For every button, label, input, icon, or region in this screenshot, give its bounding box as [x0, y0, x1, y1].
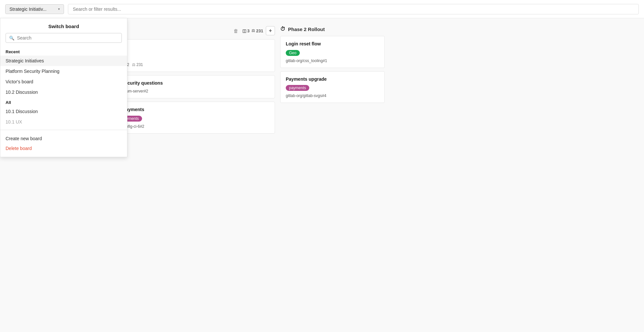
- weight-icon-support: ⚖: [132, 62, 136, 67]
- card-ref-payments-upgrade: gitlab-org/gitlab-svgs#4: [286, 93, 326, 98]
- board-switcher-dropdown: Switch board 🔍 Recent Strategic Initiati…: [0, 18, 127, 157]
- col-phase2-title: Phase 2 Rollout: [288, 26, 385, 32]
- card-payments-upgrade-title: Payments upgrade: [286, 76, 379, 83]
- cards-phase2: Login reset flow Geo gitlab-org/css_tool…: [280, 36, 385, 103]
- label-payments-upgrade: payments: [286, 85, 309, 91]
- weight-q3: ⚖ 231: [251, 28, 263, 33]
- dropdown-search-input[interactable]: [17, 35, 118, 41]
- create-new-board[interactable]: Create new board: [0, 133, 127, 144]
- top-bar: Strategic Initiativ... ▾: [0, 0, 644, 18]
- chevron-down-icon: ▾: [58, 7, 60, 11]
- board-item-victors-board[interactable]: Victor's board: [0, 76, 127, 87]
- add-issue-btn-q3[interactable]: +: [266, 26, 275, 35]
- dropdown-title: Switch board: [0, 18, 127, 33]
- board-selector-label: Strategic Initiativ...: [9, 7, 46, 12]
- column-phase2-rollout: ⏱ Phase 2 Rollout Login reset flow Geo g…: [280, 24, 385, 327]
- board-item-platform-security[interactable]: Platform Security Planning: [0, 66, 127, 76]
- label-geo: Geo: [286, 50, 300, 56]
- all-section-label: All: [0, 97, 127, 106]
- card-payments-upgrade-meta: gitlab-org/gitlab-svgs#4: [286, 93, 379, 98]
- delete-board[interactable]: Delete board: [0, 144, 127, 154]
- issues-icon-q3: ◫: [242, 28, 246, 33]
- delete-col-q3-btn[interactable]: 🗑: [231, 26, 240, 35]
- card-login-reset-meta: gitlab-org/css_tooling#1: [286, 58, 379, 63]
- dropdown-divider: [0, 130, 127, 130]
- issue-count-q3: ◫ 3: [242, 28, 250, 33]
- board-item-10-2-discussion[interactable]: 10.2 Discussion: [0, 87, 127, 97]
- card-login-reset: Login reset flow Geo gitlab-org/css_tool…: [280, 36, 385, 68]
- dropdown-search-wrap: 🔍: [0, 33, 127, 47]
- card-login-reset-labels: Geo: [286, 50, 379, 56]
- col-q3-meta: 🗑 ◫ 3 ⚖ 231: [231, 26, 263, 35]
- card-login-reset-title: Login reset flow: [286, 41, 379, 47]
- clock-icon-phase2: ⏱: [280, 26, 285, 32]
- board-selector[interactable]: Strategic Initiativ... ▾: [5, 4, 64, 14]
- board-item-10-1-discussion[interactable]: 10.1 Discussion: [0, 106, 127, 117]
- board-item-10-1-ux[interactable]: 10.1 UX: [0, 117, 127, 127]
- column-phase2-header: ⏱ Phase 2 Rollout: [280, 24, 385, 36]
- search-input[interactable]: [68, 4, 639, 14]
- board-item-strategic-initiatives[interactable]: Strategic Initiatives: [0, 56, 127, 66]
- recent-section-label: Recent: [0, 47, 127, 56]
- card-payments-upgrade: Payments upgrade payments gitlab-org/git…: [280, 71, 385, 103]
- card-payments-upgrade-labels: payments: [286, 85, 379, 91]
- dropdown-search-field[interactable]: 🔍: [6, 33, 122, 43]
- card-ref-login-reset: gitlab-org/css_tooling#1: [286, 58, 327, 63]
- search-icon: 🔍: [9, 36, 14, 41]
- weight-icon-q3: ⚖: [251, 28, 255, 33]
- card-weight-support: ⚖ 231: [132, 62, 143, 67]
